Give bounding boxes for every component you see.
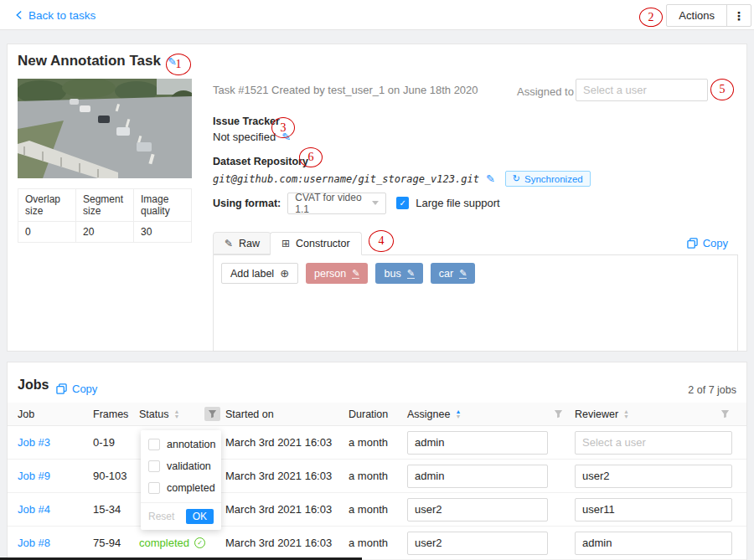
labels-constructor-box: Add label ⊕ person ✎ bus ✎ car ✎ [213, 254, 738, 352]
status-filter-funnel-icon[interactable] [204, 407, 220, 421]
checkbox[interactable] [148, 460, 160, 472]
job-row: Job #8 75-94 completed ✓ March 3rd 2021 … [8, 527, 746, 560]
column-header-assignee[interactable]: Assignee ▲ ▼ [407, 407, 575, 421]
reviewer-select[interactable] [575, 532, 732, 555]
add-label-button[interactable]: Add label ⊕ [221, 263, 298, 284]
tab-constructor-label: Constructor [296, 238, 350, 249]
using-format-label: Using format: [213, 198, 281, 209]
duration-cell: a month [349, 503, 407, 516]
task-params-table: Overlap size Segment size Image quality … [18, 188, 192, 243]
duration-cell: a month [349, 436, 407, 449]
assigned-to-label: Assigned to [517, 85, 574, 98]
more-menu-icon[interactable]: ⋮ [727, 5, 751, 26]
edit-label-icon[interactable]: ✎ [459, 269, 467, 279]
reviewer-select[interactable] [575, 498, 732, 521]
copy-icon [56, 383, 67, 394]
column-header-reviewer[interactable]: Reviewer ▲ ▼ [575, 407, 736, 421]
task-detail-card: New Annotation Task ✎ [7, 44, 747, 352]
sort-caret-down-icon: ▼ [455, 414, 461, 419]
column-header-job: Job [18, 408, 93, 420]
task-assignee-select[interactable] [576, 79, 708, 101]
job-row: Job #3 0-19 March 3rd 2021 16:03 a month [8, 426, 746, 460]
job-link[interactable]: Job #4 [18, 503, 50, 516]
jobs-table: Job Frames Status ▲ ▼ Started on Duratio… [8, 403, 746, 560]
format-row: Using format: CVAT for video 1.1 ✓ Large… [213, 192, 500, 214]
copy-label: Copy [703, 237, 728, 249]
actions-button[interactable]: Actions ⋮ [666, 4, 751, 27]
actions-label: Actions [667, 5, 726, 26]
checkbox[interactable] [148, 439, 160, 450]
assignee-select[interactable] [407, 498, 548, 521]
sort-icon[interactable]: ▲ ▼ [173, 409, 179, 419]
format-select[interactable]: CVAT for video 1.1 [287, 193, 386, 214]
tab-raw-label: Raw [239, 238, 260, 249]
filter-option-completed[interactable]: completed [141, 477, 221, 499]
format-select-value: CVAT for video 1.1 [295, 192, 372, 215]
duration-cell: a month [349, 537, 407, 549]
add-label-text: Add label [230, 268, 274, 280]
column-header-status[interactable]: Status ▲ ▼ [139, 407, 225, 421]
assignee-select[interactable] [407, 465, 548, 488]
param-value: 30 [134, 222, 192, 243]
issue-tracker-label: Issue Tracker [213, 116, 280, 127]
repository-url: git@github.com:username/git_storage_v123… [213, 173, 479, 185]
back-to-tasks-link[interactable]: Back to tasks [15, 0, 96, 30]
task-title-text: New Annotation Task [18, 53, 161, 69]
constructor-tab-icon: ⊞ [281, 238, 290, 249]
label-chip-bus[interactable]: bus ✎ [375, 263, 422, 284]
large-file-checkbox[interactable]: ✓ [396, 197, 409, 209]
back-chevron-icon [15, 10, 23, 20]
copy-jobs-button[interactable]: Copy [56, 383, 97, 395]
frames-cell: 0-19 [93, 436, 139, 449]
edit-label-icon[interactable]: ✎ [407, 269, 415, 279]
reviewer-select[interactable] [575, 431, 732, 455]
sort-icon[interactable]: ▲ ▼ [623, 409, 629, 419]
edit-repository-icon[interactable]: ✎ [486, 172, 495, 185]
copy-icon [687, 238, 698, 249]
assignee-select[interactable] [407, 431, 548, 455]
job-link[interactable]: Job #9 [18, 470, 50, 482]
back-to-tasks-label: Back to tasks [28, 9, 96, 22]
edit-label-icon[interactable]: ✎ [352, 269, 359, 279]
label-chip-car[interactable]: car ✎ [431, 263, 476, 284]
started-cell: March 3rd 2021 16:03 [225, 537, 349, 549]
checkbox[interactable] [148, 482, 160, 494]
jobs-count: 2 of 7 jobs [688, 384, 736, 396]
tab-raw[interactable]: ✎ Raw [213, 232, 271, 254]
job-link[interactable]: Job #8 [18, 537, 50, 549]
job-link[interactable]: Job #3 [18, 436, 50, 449]
assignee-filter-funnel-icon[interactable] [550, 407, 566, 421]
dataset-repository-row: git@github.com:username/git_storage_v123… [213, 171, 591, 187]
label-chip-text: person [314, 268, 346, 280]
label-chip-text: bus [384, 268, 400, 280]
callout-3: 3 [271, 117, 295, 138]
job-row: Job #9 90-103 March 3rd 2021 16:03 a mon… [8, 460, 746, 493]
synchronized-badge: ↻ Synchronized [505, 171, 591, 187]
copy-labels-button[interactable]: Copy [687, 237, 728, 249]
label-chip-person[interactable]: person ✎ [306, 263, 368, 284]
filter-reset-button[interactable]: Reset [148, 511, 174, 522]
filter-option-validation[interactable]: validation [141, 455, 221, 477]
tab-constructor[interactable]: ⊞ Constructor [270, 232, 362, 255]
filter-option-annotation[interactable]: annotation [141, 434, 221, 455]
param-header: Image quality [134, 189, 192, 222]
callout-2: 2 [639, 8, 663, 27]
reviewer-select[interactable] [575, 465, 732, 488]
column-header-frames: Frames [93, 408, 139, 420]
callout-4: 4 [369, 230, 394, 252]
filter-footer: Reset OK [141, 502, 221, 530]
column-header-started: Started on [225, 408, 349, 420]
assignee-select[interactable] [407, 532, 548, 555]
sort-icon[interactable]: ▲ ▼ [455, 409, 461, 419]
status-header-label: Status [139, 408, 168, 420]
param-header: Overlap size [18, 189, 76, 222]
completed-status-icon: ✓ [194, 537, 205, 548]
param-header: Segment size [76, 189, 134, 222]
reviewer-filter-funnel-icon[interactable] [717, 407, 733, 421]
large-file-label: Large file support [416, 197, 499, 209]
callout-6: 6 [299, 147, 323, 167]
filter-option-label: completed [167, 482, 215, 494]
duration-cell: a month [349, 470, 407, 482]
started-cell: March 3rd 2021 16:03 [225, 470, 349, 482]
filter-ok-button[interactable]: OK [186, 509, 214, 524]
